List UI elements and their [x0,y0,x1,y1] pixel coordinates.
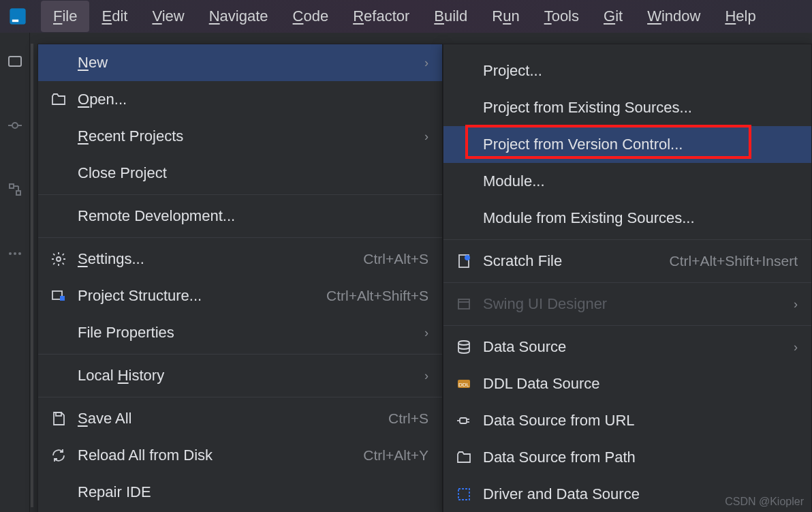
new-module[interactable]: Module... [443,163,811,200]
svg-point-10 [9,252,12,255]
file-remote-dev[interactable]: Remote Development... [38,198,442,235]
separator [443,239,811,240]
commit-tool-icon[interactable] [7,117,23,134]
menu-git[interactable]: Git [591,1,635,32]
new-project-existing[interactable]: Project from Existing Sources... [443,89,811,126]
more-tool-icon[interactable] [7,245,23,262]
svg-rect-2 [9,57,21,66]
file-recent-projects[interactable]: Recent Projects › [38,118,442,155]
new-module-existing[interactable]: Module from Existing Sources... [443,200,811,237]
new-data-source[interactable]: Data Source › [443,329,811,365]
menu-help[interactable]: Help [713,1,768,32]
chevron-right-icon: › [794,297,798,312]
svg-point-18 [465,255,470,260]
structure-tool-icon[interactable] [7,181,23,198]
window-icon [456,296,472,312]
new-project[interactable]: Project... [443,52,811,89]
folder-icon [50,91,67,108]
watermark: CSDN @Kiopler [725,496,804,508]
editor-gutter [31,44,33,507]
project-tool-icon[interactable] [7,53,23,70]
new-submenu: Project... Project from Existing Sources… [443,44,812,512]
new-project-vcs[interactable]: Project from Version Control... [443,126,811,163]
file-reload-from-disk[interactable]: Reload All from Disk Ctrl+Alt+Y [38,437,442,474]
chevron-right-icon: › [424,369,428,383]
app-logo-icon [8,7,27,26]
menu-window[interactable]: Window [635,1,713,32]
ddl-icon: DDL [456,376,472,392]
new-scratch-file[interactable]: Scratch File Ctrl+Alt+Shift+Insert [443,243,811,280]
separator [443,325,811,326]
svg-point-12 [18,252,21,255]
menu-view[interactable]: View [140,1,196,32]
folder-icon [456,449,472,466]
chevron-right-icon: › [424,56,428,70]
svg-point-21 [458,341,469,345]
svg-rect-6 [10,184,14,188]
scratch-file-icon [456,253,472,269]
file-dropdown: New › Open... Recent Projects › Close Pr… [37,44,443,512]
svg-rect-15 [60,296,65,301]
gear-icon [50,251,67,267]
svg-point-3 [12,123,18,128]
file-project-structure[interactable]: Project Structure... Ctrl+Alt+Shift+S [38,277,442,314]
left-tool-rail [0,33,30,512]
save-icon [50,410,67,427]
file-properties[interactable]: File Properties › [38,314,442,351]
svg-point-13 [57,257,61,261]
file-repair-ide[interactable]: Repair IDE [38,474,442,511]
new-ds-path[interactable]: Data Source from Path [443,439,811,476]
svg-text:DDL: DDL [458,382,470,388]
new-swing-ui[interactable]: Swing UI Designer › [443,286,811,322]
separator [38,237,442,238]
file-new[interactable]: New › [38,44,442,81]
svg-rect-16 [56,412,61,416]
svg-rect-7 [16,191,20,195]
file-local-history[interactable]: Local History › [38,357,442,394]
menu-tools[interactable]: Tools [532,1,591,32]
menu-code[interactable]: Code [281,1,341,32]
menu-run[interactable]: Run [480,1,531,32]
file-open[interactable]: Open... [38,81,442,118]
chevron-right-icon: › [424,130,428,144]
svg-rect-28 [458,489,469,500]
database-icon [456,339,472,355]
menubar: File Edit View Navigate Code Refactor Bu… [0,0,812,33]
menu-build[interactable]: Build [422,1,480,32]
chevron-right-icon: › [794,340,798,355]
separator [443,282,811,283]
separator [38,354,442,355]
menu-navigate[interactable]: Navigate [197,1,281,32]
svg-rect-1 [12,20,18,22]
svg-rect-24 [460,418,467,423]
chevron-right-icon: › [424,326,428,340]
reload-icon [50,447,67,464]
new-ddl-data-source[interactable]: DDL DDL Data Source [443,365,811,402]
menu-refactor[interactable]: Refactor [341,1,422,32]
file-save-all[interactable]: Save All Ctrl+S [38,400,442,437]
svg-rect-19 [458,299,469,309]
project-structure-icon [50,288,67,304]
svg-point-11 [14,252,16,255]
menu-file[interactable]: File [41,1,89,32]
file-close-project[interactable]: Close Project [38,155,442,192]
menu-edit[interactable]: Edit [89,1,140,32]
separator [38,397,442,397]
file-settings[interactable]: Settings... Ctrl+Alt+S [38,241,442,277]
driver-icon [456,486,472,502]
separator [38,194,442,195]
new-ds-url[interactable]: Data Source from URL [443,402,811,439]
plug-icon [456,412,472,429]
